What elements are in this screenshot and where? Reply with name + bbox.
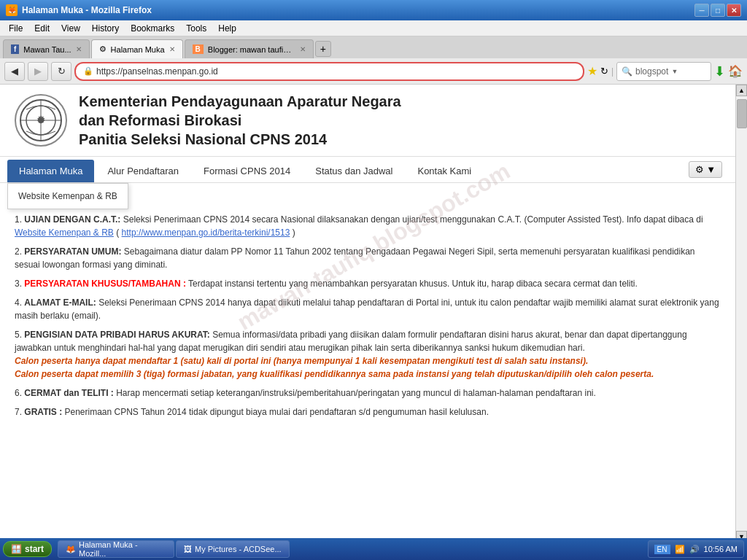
menu-edit[interactable]: Edit — [28, 22, 55, 35]
menu-help[interactable]: Help — [212, 22, 242, 35]
search-chevron: ▼ — [671, 68, 678, 75]
site-nav: Halaman Muka Alur Pendaftaran Formasi CP… — [0, 157, 735, 183]
address-bar: ◀ ▶ ↻ 🔒 https://panselnas.menpan.go.id ★… — [0, 58, 747, 85]
item6-number: 6. — [15, 388, 22, 398]
tab-bar: f Mawan Tau... ✕ ⚙ Halaman Muka ✕ B Blog… — [0, 36, 747, 58]
item1-text3: ) — [293, 228, 295, 238]
item1-link2[interactable]: http://www.menpan.go.id/berita-terkini/1… — [122, 228, 290, 238]
new-tab-button[interactable]: + — [315, 41, 331, 57]
lock-icon: 🔒 — [83, 66, 93, 76]
scroll-up-button[interactable]: ▲ — [736, 85, 747, 96]
start-button[interactable]: 🪟 start — [3, 541, 52, 557]
title-bar: 🦊 Halaman Muka - Mozilla Firefox ─ □ ✕ — [0, 0, 747, 20]
taskbar: 🪟 start 🦊 Halaman Muka - Mozill... 🖼 My … — [0, 538, 747, 560]
menu-view[interactable]: View — [55, 22, 86, 35]
nav-halaman-muka[interactable]: Halaman Muka — [7, 160, 94, 182]
item1-label: UJIAN DENGAN C.A.T.: — [24, 214, 120, 225]
tab-icon-halaman: ⚙ — [99, 44, 107, 54]
item3-label: PERSYARATAN KHUSUS/TAMBAHAN : — [24, 279, 186, 289]
content-item-3: 3. PERSYARATAN KHUSUS/TAMBAHAN : Terdapa… — [15, 277, 721, 290]
content-item-6: 6. CERMAT dan TELITI : Harap mencermati … — [15, 386, 721, 400]
item6-label: CERMAT dan TELITI : — [24, 388, 113, 398]
item2-number: 2. — [15, 246, 22, 257]
scroll-track[interactable] — [736, 96, 747, 531]
scrollbar[interactable]: ▲ ▼ — [735, 85, 747, 542]
separator: | — [611, 66, 614, 77]
content-item-5: 5. PENGISIAN DATA PRIBADI HARUS AKURAT: … — [15, 328, 721, 381]
site-logo: ⚙ — [15, 94, 67, 147]
browser-content: ⚙ Kementerian Pendayagunaan Aparatur Neg… — [0, 85, 747, 542]
home-icon[interactable]: 🏠 — [728, 64, 743, 78]
gear-button[interactable]: ⚙ ▼ — [689, 161, 722, 178]
dropdown-menu: Website Kemenpan & RB — [7, 183, 128, 209]
close-button[interactable]: ✕ — [727, 4, 741, 17]
item2-label: PERSYARATAN UMUM: — [24, 246, 121, 257]
address-right: ★ ↻ | 🔍 blogspot ▼ ⬇ 🏠 — [587, 62, 743, 81]
tab-label-blogger: Blogger: mawan taufiq – Buat entri — [208, 45, 295, 54]
menu-file[interactable]: File — [3, 22, 28, 35]
item1-text2: ( — [116, 228, 119, 238]
network-icon: 📶 — [675, 545, 685, 554]
minimize-button[interactable]: ─ — [694, 4, 709, 17]
menu-bar: File Edit View History Bookmarks Tools H… — [0, 20, 747, 36]
item7-label: GRATIS : — [24, 407, 62, 417]
svg-text:⚙: ⚙ — [36, 114, 46, 125]
nav-kontak-kami[interactable]: Kontak Kami — [406, 160, 483, 182]
item3-number: 3. — [15, 279, 22, 289]
item5-number: 5. — [15, 330, 22, 340]
item5-label: PENGISIAN DATA PRIBADI HARUS AKURAT: — [24, 330, 209, 340]
back-button[interactable]: ◀ — [4, 62, 25, 81]
bookmark-star-icon[interactable]: ★ — [587, 64, 597, 78]
taskbar-item-firefox[interactable]: 🦊 Halaman Muka - Mozill... — [58, 540, 174, 558]
dropdown-item-website[interactable]: Website Kemenpan & RB — [8, 187, 128, 206]
item1-number: 1. — [15, 214, 22, 225]
search-input[interactable]: 🔍 blogspot ▼ — [616, 62, 711, 81]
content-item-2: 2. PERSYARATAN UMUM: Sebagaimana diatur … — [15, 245, 721, 271]
menu-tools[interactable]: Tools — [180, 22, 212, 35]
tab-facebook[interactable]: f Mawan Tau... ✕ — [3, 39, 90, 58]
download-icon[interactable]: ⬇ — [714, 63, 725, 79]
taskbar-label-acdsee: My Pictures - ACDSee... — [195, 545, 282, 553]
page-content: ⚙ Kementerian Pendayagunaan Aparatur Neg… — [0, 85, 735, 542]
start-label: start — [25, 544, 44, 554]
taskbar-item-acdsee[interactable]: 🖼 My Pictures - ACDSee... — [176, 540, 290, 558]
menu-history[interactable]: History — [86, 22, 125, 35]
item7-number: 7. — [15, 407, 22, 417]
tab-halaman-muka[interactable]: ⚙ Halaman Muka ✕ — [91, 39, 183, 58]
tab-blogger[interactable]: B Blogger: mawan taufiq – Buat entri ✕ — [185, 39, 314, 58]
speaker-icon: 🔊 — [689, 545, 700, 554]
item1-link[interactable]: Website Kemenpan & RB — [15, 228, 114, 238]
nav-formasi-cpns[interactable]: Formasi CPNS 2014 — [192, 160, 302, 182]
menu-bookmarks[interactable]: Bookmarks — [125, 22, 180, 35]
item7-text: Penerimaan CPNS Tahun 2014 tidak dipungu… — [64, 407, 488, 417]
site-title-line1: Kementerian Pendayagunaan Aparatur Negar… — [79, 92, 401, 111]
item4-number: 4. — [15, 298, 22, 308]
tab-icon-blogger: B — [193, 44, 204, 54]
nav-alur-pendaftaran[interactable]: Alur Pendaftaran — [96, 160, 190, 182]
scroll-thumb[interactable] — [737, 99, 747, 128]
content-item-1: 1. UJIAN DENGAN C.A.T.: Seleksi Penerima… — [15, 213, 721, 239]
taskbar-icon-firefox: 🦊 — [66, 545, 76, 554]
taskbar-right: EN 📶 🔊 10:56 AM — [648, 540, 744, 558]
tab-icon-facebook: f — [11, 44, 19, 54]
item5-extra2: Calon peserta dapat memilih 3 (tiga) for… — [15, 368, 721, 381]
tab-close-blogger[interactable]: ✕ — [300, 45, 306, 53]
maximize-button[interactable]: □ — [711, 4, 725, 17]
content-item-7: 7. GRATIS : Penerimaan CPNS Tahun 2014 t… — [15, 405, 721, 419]
item6-text: Harap mencermati setiap keterangan/instr… — [116, 388, 596, 398]
content-item-4: 4. ALAMAT E-MAIL: Seleksi Penerimaan CPN… — [15, 296, 721, 322]
search-value: blogspot — [635, 66, 668, 77]
tab-close-facebook[interactable]: ✕ — [76, 45, 82, 53]
site-main: P E N T I N G: 1. UJIAN DENGAN C.A.T.: S… — [0, 183, 735, 432]
refresh-icon[interactable]: ↻ — [600, 66, 608, 77]
gear-area: ⚙ ▼ — [683, 157, 728, 182]
item5-extra1: Calon peserta hanya dapat mendaftar 1 (s… — [15, 354, 721, 368]
site-title-line3: Panitia Seleksi Nasional CPNS 2014 — [79, 130, 401, 149]
url-input[interactable]: 🔒 https://panselnas.menpan.go.id — [74, 62, 584, 81]
forward-button[interactable]: ▶ — [28, 62, 48, 81]
site-title-block: Kementerian Pendayagunaan Aparatur Negar… — [79, 92, 401, 149]
url-text: https://panselnas.menpan.go.id — [96, 66, 218, 77]
tab-close-halaman[interactable]: ✕ — [169, 45, 175, 53]
nav-status-jadwal[interactable]: Status dan Jadwal — [303, 160, 404, 182]
refresh-button[interactable]: ↻ — [51, 62, 71, 81]
